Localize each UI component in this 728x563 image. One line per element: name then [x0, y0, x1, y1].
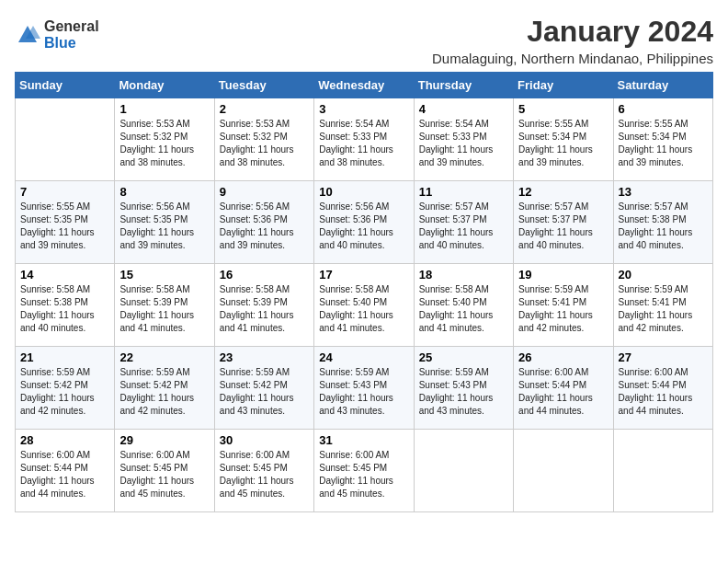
table-row: 5Sunrise: 5:55 AMSunset: 5:34 PMDaylight…	[514, 98, 613, 181]
day-number: 22	[119, 350, 209, 364]
day-info: Sunrise: 5:59 AMSunset: 5:41 PMDaylight:…	[619, 283, 708, 335]
day-info: Sunrise: 5:58 AMSunset: 5:39 PMDaylight:…	[220, 283, 309, 335]
day-number: 31	[319, 433, 408, 447]
day-number: 30	[220, 433, 309, 447]
calendar-week-row: 7Sunrise: 5:55 AMSunset: 5:35 PMDaylight…	[16, 181, 713, 264]
day-number: 27	[619, 350, 708, 364]
table-row: 8Sunrise: 5:56 AMSunset: 5:35 PMDaylight…	[115, 181, 214, 264]
table-row: 6Sunrise: 5:55 AMSunset: 5:34 PMDaylight…	[613, 98, 712, 181]
day-info: Sunrise: 6:00 AMSunset: 5:45 PMDaylight:…	[119, 449, 209, 500]
day-number: 29	[119, 433, 209, 447]
page-header: General Blue January 2024 Dumalaguing, N…	[15, 15, 713, 66]
day-info: Sunrise: 5:57 AMSunset: 5:37 PMDaylight:…	[518, 201, 608, 252]
day-number: 20	[619, 268, 708, 282]
table-row: 1Sunrise: 5:53 AMSunset: 5:32 PMDaylight…	[115, 98, 214, 181]
day-number: 2	[220, 102, 309, 116]
day-number: 12	[518, 185, 608, 199]
table-row	[414, 430, 513, 512]
day-number: 9	[220, 185, 309, 199]
header-thursday: Thursday	[414, 73, 513, 98]
table-row: 12Sunrise: 5:57 AMSunset: 5:37 PMDayligh…	[514, 181, 613, 264]
day-number: 5	[518, 102, 608, 116]
day-info: Sunrise: 6:00 AMSunset: 5:44 PMDaylight:…	[518, 366, 608, 418]
day-info: Sunrise: 5:57 AMSunset: 5:37 PMDaylight:…	[419, 201, 508, 252]
table-row: 10Sunrise: 5:56 AMSunset: 5:36 PMDayligh…	[314, 181, 414, 264]
calendar-week-row: 1Sunrise: 5:53 AMSunset: 5:32 PMDaylight…	[16, 98, 713, 181]
day-number: 11	[419, 185, 508, 199]
day-number: 25	[419, 350, 508, 364]
day-number: 13	[619, 185, 708, 199]
day-number: 24	[319, 350, 408, 364]
table-row: 20Sunrise: 5:59 AMSunset: 5:41 PMDayligh…	[613, 264, 712, 347]
day-info: Sunrise: 5:55 AMSunset: 5:34 PMDaylight:…	[619, 118, 708, 169]
day-number: 1	[119, 102, 209, 116]
table-row: 17Sunrise: 5:58 AMSunset: 5:40 PMDayligh…	[314, 264, 414, 347]
day-number: 19	[518, 268, 608, 282]
header-friday: Friday	[514, 73, 613, 98]
day-number: 21	[20, 350, 109, 364]
day-info: Sunrise: 5:59 AMSunset: 5:42 PMDaylight:…	[119, 366, 209, 418]
day-info: Sunrise: 5:58 AMSunset: 5:40 PMDaylight:…	[419, 283, 508, 335]
day-number: 3	[319, 102, 408, 116]
calendar-table: Sunday Monday Tuesday Wednesday Thursday…	[15, 72, 713, 512]
day-info: Sunrise: 5:53 AMSunset: 5:32 PMDaylight:…	[220, 118, 309, 169]
day-number: 28	[20, 433, 109, 447]
calendar-week-row: 28Sunrise: 6:00 AMSunset: 5:44 PMDayligh…	[16, 430, 713, 512]
day-number: 8	[119, 185, 209, 199]
day-number: 14	[20, 268, 109, 282]
logo-icon	[15, 22, 40, 48]
day-info: Sunrise: 5:56 AMSunset: 5:36 PMDaylight:…	[319, 201, 408, 252]
calendar-week-row: 21Sunrise: 5:59 AMSunset: 5:42 PMDayligh…	[16, 347, 713, 430]
day-info: Sunrise: 5:59 AMSunset: 5:42 PMDaylight:…	[20, 366, 109, 418]
location-title: Dumalaguing, Northern Mindanao, Philippi…	[432, 51, 713, 66]
day-info: Sunrise: 5:59 AMSunset: 5:41 PMDaylight:…	[518, 283, 608, 335]
day-number: 26	[518, 350, 608, 364]
day-info: Sunrise: 5:58 AMSunset: 5:40 PMDaylight:…	[319, 283, 408, 335]
table-row: 23Sunrise: 5:59 AMSunset: 5:42 PMDayligh…	[214, 347, 313, 430]
day-number: 15	[119, 268, 209, 282]
day-number: 18	[419, 268, 508, 282]
table-row	[16, 98, 115, 181]
day-info: Sunrise: 5:55 AMSunset: 5:34 PMDaylight:…	[518, 118, 608, 169]
day-info: Sunrise: 5:56 AMSunset: 5:36 PMDaylight:…	[220, 201, 309, 252]
calendar-week-row: 14Sunrise: 5:58 AMSunset: 5:38 PMDayligh…	[16, 264, 713, 347]
table-row: 11Sunrise: 5:57 AMSunset: 5:37 PMDayligh…	[414, 181, 513, 264]
logo: General Blue	[15, 18, 99, 51]
table-row: 13Sunrise: 5:57 AMSunset: 5:38 PMDayligh…	[613, 181, 712, 264]
day-number: 10	[319, 185, 408, 199]
day-info: Sunrise: 6:00 AMSunset: 5:44 PMDaylight:…	[619, 366, 708, 418]
table-row: 25Sunrise: 5:59 AMSunset: 5:43 PMDayligh…	[414, 347, 513, 430]
day-number: 7	[20, 185, 109, 199]
day-number: 4	[419, 102, 508, 116]
table-row: 26Sunrise: 6:00 AMSunset: 5:44 PMDayligh…	[514, 347, 613, 430]
table-row: 15Sunrise: 5:58 AMSunset: 5:39 PMDayligh…	[115, 264, 214, 347]
table-row: 2Sunrise: 5:53 AMSunset: 5:32 PMDaylight…	[214, 98, 313, 181]
table-row: 29Sunrise: 6:00 AMSunset: 5:45 PMDayligh…	[115, 430, 214, 512]
table-row: 9Sunrise: 5:56 AMSunset: 5:36 PMDaylight…	[214, 181, 313, 264]
day-info: Sunrise: 5:55 AMSunset: 5:35 PMDaylight:…	[20, 201, 109, 252]
title-block: January 2024 Dumalaguing, Northern Minda…	[432, 15, 713, 66]
day-info: Sunrise: 5:57 AMSunset: 5:38 PMDaylight:…	[619, 201, 708, 252]
month-title: January 2024	[432, 15, 713, 49]
header-sunday: Sunday	[16, 73, 115, 98]
day-info: Sunrise: 5:56 AMSunset: 5:35 PMDaylight:…	[119, 201, 209, 252]
day-info: Sunrise: 6:00 AMSunset: 5:44 PMDaylight:…	[20, 449, 109, 500]
day-info: Sunrise: 5:54 AMSunset: 5:33 PMDaylight:…	[319, 118, 408, 169]
header-tuesday: Tuesday	[214, 73, 313, 98]
table-row: 27Sunrise: 6:00 AMSunset: 5:44 PMDayligh…	[613, 347, 712, 430]
table-row	[613, 430, 712, 512]
table-row: 19Sunrise: 5:59 AMSunset: 5:41 PMDayligh…	[514, 264, 613, 347]
day-number: 16	[220, 268, 309, 282]
table-row: 31Sunrise: 6:00 AMSunset: 5:45 PMDayligh…	[314, 430, 414, 512]
table-row: 30Sunrise: 6:00 AMSunset: 5:45 PMDayligh…	[214, 430, 313, 512]
day-info: Sunrise: 5:59 AMSunset: 5:43 PMDaylight:…	[419, 366, 508, 418]
table-row: 24Sunrise: 5:59 AMSunset: 5:43 PMDayligh…	[314, 347, 414, 430]
weekday-header-row: Sunday Monday Tuesday Wednesday Thursday…	[16, 73, 713, 98]
header-wednesday: Wednesday	[314, 73, 414, 98]
day-info: Sunrise: 5:54 AMSunset: 5:33 PMDaylight:…	[419, 118, 508, 169]
day-info: Sunrise: 5:58 AMSunset: 5:39 PMDaylight:…	[119, 283, 209, 335]
day-info: Sunrise: 5:59 AMSunset: 5:43 PMDaylight:…	[319, 366, 408, 418]
table-row: 14Sunrise: 5:58 AMSunset: 5:38 PMDayligh…	[16, 264, 115, 347]
table-row: 18Sunrise: 5:58 AMSunset: 5:40 PMDayligh…	[414, 264, 513, 347]
header-monday: Monday	[115, 73, 214, 98]
